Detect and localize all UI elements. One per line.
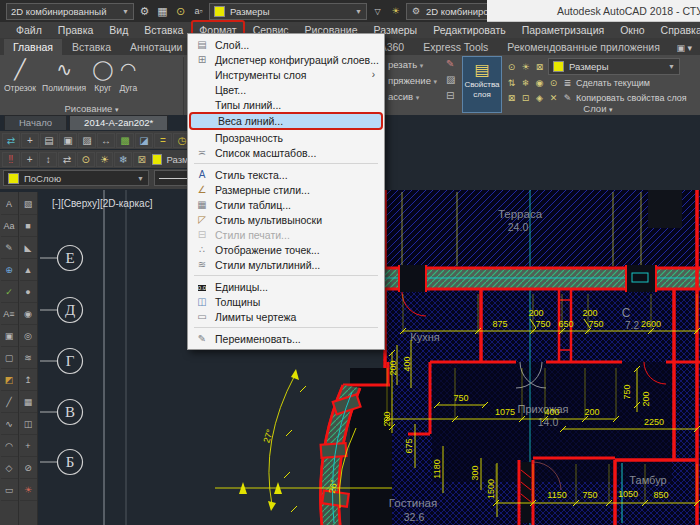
text-style-icon[interactable]: Aa <box>1 215 18 237</box>
solid-box-icon[interactable]: ■ <box>20 215 37 237</box>
qat-layer-combo[interactable]: Размеры ▼ <box>209 3 367 20</box>
format-menu-item-9[interactable]: ∠Размерные стили... <box>188 182 384 197</box>
viewport-icon[interactable]: ▣ <box>59 133 77 148</box>
ribbon-tab-0[interactable]: Главная <box>4 39 62 55</box>
color-combo[interactable]: ПоСлою ▼ <box>3 170 149 186</box>
format-menu-item-17[interactable]: ▭Лимиты чертежа <box>188 309 384 324</box>
linetype-icon[interactable]: = <box>154 133 172 148</box>
render-region-icon[interactable]: ▩ <box>116 133 134 148</box>
menu-item-9[interactable]: Параметризация <box>514 23 613 37</box>
format-menu-item-10[interactable]: ▦Стили таблиц... <box>188 197 384 212</box>
format-menu-item-18[interactable]: ✎Переименовать... <box>188 331 384 346</box>
bulb-icon[interactable]: ⊙ <box>77 152 95 167</box>
format-menu-item-8[interactable]: AСтиль текста... <box>188 167 384 182</box>
lock-icon[interactable]: ⊠ <box>534 62 545 72</box>
menu-item-10[interactable]: Окно <box>612 23 652 37</box>
menu-item-11[interactable]: Справка <box>653 23 700 37</box>
pyramid-icon[interactable]: ▲ <box>20 259 37 281</box>
edit-text-icon[interactable]: ✎ <box>1 237 18 259</box>
ribbon-layer-combo[interactable]: Размеры ▼ <box>548 58 680 75</box>
format-menu-item-15[interactable]: 0.0Единицы... <box>188 279 384 294</box>
format-menu-item-5[interactable]: Веса линий... <box>189 112 383 130</box>
format-menu-item-1[interactable]: ⊞Диспетчер конфигураций слоев... <box>188 52 384 67</box>
panel-overflow-icon[interactable]: ▣ ▾ <box>672 41 696 55</box>
text-align-icon[interactable]: A≡ <box>1 303 18 325</box>
measure-icon[interactable]: ✎ <box>446 58 454 69</box>
light-icon[interactable]: ☀ <box>20 479 37 501</box>
annotation-icon[interactable]: a▫ <box>191 4 206 19</box>
freeze-icon[interactable]: ❄ <box>114 152 132 167</box>
modify-fillet-button[interactable]: пряжение ▾ <box>388 75 437 86</box>
format-menu-item-0[interactable]: ▤Слой... <box>188 37 384 52</box>
helix-icon[interactable]: ≋ <box>20 347 37 369</box>
layer-translate-icon[interactable]: ⇄ <box>58 152 76 167</box>
viewport-label[interactable]: [-][Сверху][2D-каркас] <box>52 198 153 209</box>
plot-icon[interactable]: ⊟ <box>446 90 454 101</box>
make-current-row[interactable]: ⇅ ❄ ◉ ⊙ ≣ Сделать текущим <box>506 78 650 88</box>
draw-tool-2[interactable]: ◯Круг <box>92 57 113 93</box>
wedge-icon[interactable]: ◣ <box>20 237 37 259</box>
layer-previous-icon[interactable]: ↕ <box>39 152 57 167</box>
menu-item-3[interactable]: Вставка <box>136 23 191 37</box>
format-menu-item-6[interactable]: Прозрачность <box>188 130 384 145</box>
format-menu-item-7[interactable]: ≍Список масштабов... <box>188 145 384 160</box>
gear-icon[interactable]: ⚙ <box>137 4 152 19</box>
section-icon[interactable]: ⊘ <box>20 457 37 479</box>
format-menu-item-3[interactable]: Цвет... <box>188 82 384 97</box>
extrude-icon[interactable]: ↥ <box>20 369 37 391</box>
format-menu-item-2[interactable]: Инструменты слоя› <box>188 67 384 82</box>
draw-tool-1[interactable]: ∿Полилиния <box>42 57 86 93</box>
sun-icon[interactable]: ☀ <box>388 4 403 19</box>
draw-panel-label[interactable]: Рисование ▾ <box>4 103 179 114</box>
find-icon[interactable]: ⊕ <box>1 259 18 281</box>
torus-icon[interactable]: ◎ <box>20 325 37 347</box>
layers-panel-label[interactable]: Слои ▾ <box>500 103 696 114</box>
ucs-icon[interactable]: + <box>20 435 37 457</box>
format-menu-item-4[interactable]: Типы линий... <box>188 97 384 112</box>
ribbon-tab-6[interactable]: Express Tools <box>414 39 497 55</box>
draw-tool-0[interactable]: ╱Отрезок <box>4 57 36 93</box>
menu-item-0[interactable]: Файл <box>8 23 50 37</box>
format-menu-item-14[interactable]: ≋Стили мультилиний... <box>188 257 384 272</box>
doc-tab-start[interactable]: Начало <box>4 115 67 130</box>
ribbon-tab-7[interactable]: Рекомендованные приложения <box>498 39 669 55</box>
ribbon-tab-1[interactable]: Вставка <box>63 39 120 55</box>
box-icon[interactable]: ▧ <box>20 193 37 215</box>
arc-icon[interactable]: ◠ <box>1 435 18 457</box>
sun-icon[interactable]: ☀ <box>96 152 114 167</box>
image-icon[interactable]: ▣ <box>1 325 18 347</box>
modify-array-button[interactable]: ассив ▾ <box>388 91 419 102</box>
layer-new-icon[interactable]: + <box>21 152 39 167</box>
move-icon[interactable]: + <box>21 133 39 148</box>
copy-properties-row[interactable]: ⊠ ⊡ ◈ ✕ ✎ Копировать свойства слоя <box>506 93 687 103</box>
mtext-icon[interactable]: A <box>1 193 18 215</box>
lock-icon[interactable]: ⊠ <box>133 152 151 167</box>
line-icon[interactable]: ╱ <box>1 391 18 413</box>
image-attach-icon[interactable]: ◪ <box>135 133 153 148</box>
format-menu-item-13[interactable]: ∴Отображение точек... <box>188 242 384 257</box>
presspull-icon[interactable]: ▦ <box>20 391 37 413</box>
workspace-combo[interactable]: 2D комбинированный ▼ <box>6 3 134 20</box>
sun-icon[interactable]: ☀ <box>520 62 531 72</box>
hatch-icon[interactable]: ▨ <box>446 74 455 85</box>
tool-palettes-icon[interactable]: ▨ <box>78 133 96 148</box>
palette-icon[interactable]: ◩ <box>1 369 18 391</box>
image-frame-icon[interactable]: ▢ <box>1 347 18 369</box>
rectangle-icon[interactable]: ▭ <box>1 479 18 501</box>
match-properties-icon[interactable]: ⇄ <box>2 133 20 148</box>
layer-properties-button[interactable]: ▤ Свойства слоя <box>462 56 502 113</box>
menu-item-1[interactable]: Правка <box>50 23 101 37</box>
format-menu-item-11[interactable]: ◸Стиль мультивыноски <box>188 212 384 227</box>
filter-icon[interactable]: ▽ <box>370 4 385 19</box>
bulb-icon[interactable]: ⊙ <box>506 62 517 72</box>
camera-icon[interactable]: ◫ <box>20 413 37 435</box>
layer-states-icon[interactable]: ‼ <box>2 152 20 167</box>
draw-tool-3[interactable]: ◠Дуга <box>119 57 137 93</box>
ribbon-tab-2[interactable]: Аннотации <box>121 39 192 55</box>
menu-item-2[interactable]: Вид <box>101 23 136 37</box>
polygon-icon[interactable]: ◇ <box>1 457 18 479</box>
pan-icon[interactable]: ↔ <box>97 133 115 148</box>
sphere-icon[interactable]: ● <box>20 281 37 303</box>
sheet-set-icon[interactable]: ▦ <box>155 4 170 19</box>
layout-icon[interactable]: ▤ <box>40 133 58 148</box>
